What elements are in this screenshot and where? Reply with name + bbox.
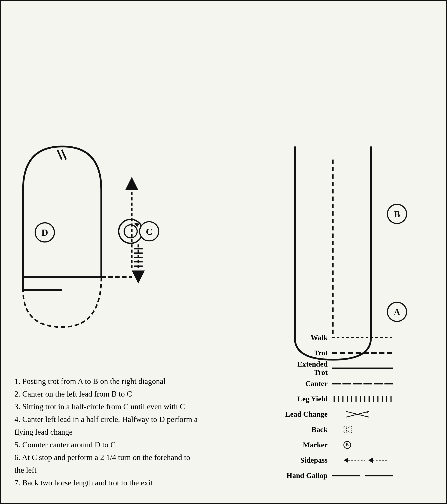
svg-line-4 <box>62 150 66 160</box>
legend-back: Back ❬❬❬❬ ❬❬❬❬ <box>284 424 432 435</box>
instruction-1: 1. Posting trot from A to B on the right… <box>15 375 255 387</box>
instruction-6b: the left <box>15 464 255 476</box>
svg-marker-49 <box>366 415 369 417</box>
legend-sidepass-symbol <box>332 456 432 465</box>
legend-area: Walk Trot Extended Trot Canter <box>284 332 432 485</box>
legend-back-symbol: ❬❬❬❬ ❬❬❬❬ <box>332 425 432 434</box>
legend-lead-change-symbol <box>332 410 432 419</box>
legend-extended-trot-symbol <box>332 364 432 373</box>
svg-line-3 <box>57 150 62 160</box>
legend-trot-label: Trot <box>284 349 332 357</box>
legend-canter-label: Canter <box>284 379 332 388</box>
legend-hand-gallop: Hand Gallop <box>284 470 432 481</box>
legend-hand-gallop-label: Hand Gallop <box>284 471 332 480</box>
legend-trot-symbol <box>332 349 432 357</box>
legend-walk-label: Walk <box>284 334 332 342</box>
legend-lead-change-label: Lead Change <box>284 410 332 418</box>
instruction-3: 3. Sitting trot in a half-circle from C … <box>15 401 255 413</box>
legend-leg-yield-label: Leg Yield <box>284 395 332 403</box>
svg-text:D: D <box>42 228 48 238</box>
svg-text:B: B <box>346 442 349 447</box>
legend-back-label: Back <box>284 425 332 434</box>
legend-marker: Marker B <box>284 439 432 450</box>
instructions-area: 1. Posting trot from A to B on the right… <box>15 375 255 489</box>
instruction-2: 2. Canter on the left lead from B to C <box>15 388 255 400</box>
legend-trot: Trot <box>284 347 432 359</box>
legend-canter: Canter <box>284 378 432 389</box>
legend-marker-label: Marker <box>284 441 332 449</box>
svg-marker-9 <box>132 270 145 284</box>
svg-text:B: B <box>394 209 400 219</box>
instruction-5: 5. Counter canter around D to C <box>15 439 255 450</box>
svg-marker-7 <box>125 177 138 190</box>
main-container: D C B A 1. Posting trot from A to B on t… <box>0 0 447 504</box>
legend-sidepass-label: Sidepass <box>284 456 332 464</box>
legend-extended-trot-label: Extended Trot <box>284 360 332 377</box>
legend-leg-yield-symbol <box>332 395 432 403</box>
svg-text:❬❬❬❬: ❬❬❬❬ <box>343 426 353 429</box>
svg-marker-57 <box>368 458 373 463</box>
instruction-4b: flying lead change <box>15 426 255 438</box>
legend-hand-gallop-symbol <box>332 471 432 480</box>
legend-leg-yield: Leg Yield <box>284 393 432 405</box>
instruction-6: 6. At C stop and perform a 2 1/4 turn on… <box>15 451 255 463</box>
legend-walk-symbol <box>332 333 432 342</box>
legend-walk: Walk <box>284 332 432 343</box>
legend-sidepass: Sidepass <box>284 454 432 466</box>
svg-marker-55 <box>344 458 348 463</box>
legend-extended-trot: Extended Trot <box>284 363 432 374</box>
svg-marker-50 <box>366 412 369 413</box>
legend-marker-symbol: B <box>332 441 432 449</box>
svg-text:❬❬❬❬: ❬❬❬❬ <box>343 429 353 433</box>
legend-canter-symbol <box>332 379 432 388</box>
svg-text:C: C <box>146 227 153 237</box>
instruction-4: 4. Canter left lead in a half circle. Ha… <box>15 414 255 425</box>
svg-text:A: A <box>394 307 400 317</box>
legend-lead-change: Lead Change <box>284 409 432 420</box>
instruction-7: 7. Back two horse length and trot to the… <box>15 477 255 489</box>
